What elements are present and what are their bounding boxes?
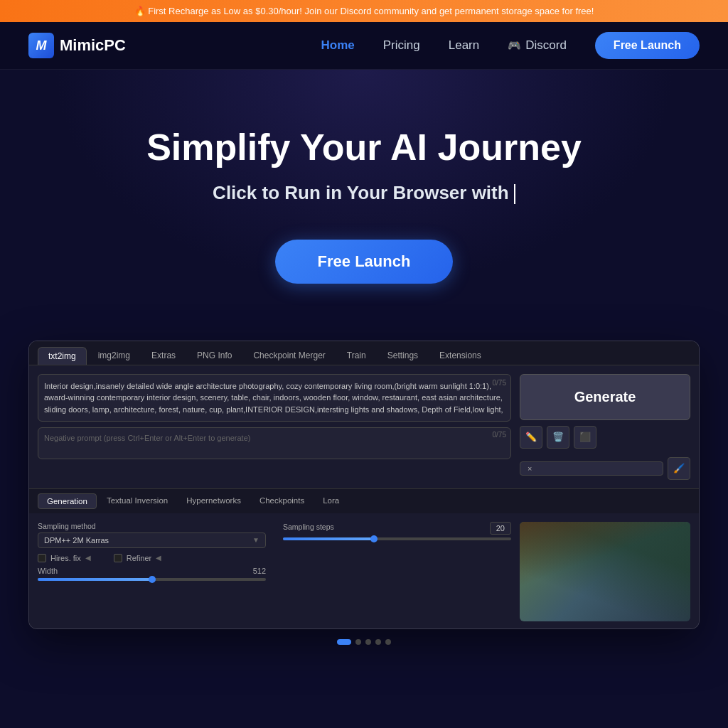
tab-extensions[interactable]: Extensions [429, 347, 491, 365]
sub-tabs: Generation Textual Inversion Hypernetwor… [29, 488, 699, 513]
subtab-generation[interactable]: Generation [38, 493, 97, 509]
tab-checkpoint-merger[interactable]: Checkpoint Merger [243, 347, 335, 365]
tab-png-info[interactable]: PNG Info [187, 347, 242, 365]
app-main-content: Interior design,insanely detailed wide a… [29, 365, 699, 488]
gen-right-controls: Sampling steps 20 [274, 522, 511, 621]
logo-link[interactable]: M MimicPC [28, 33, 126, 58]
app-ui: txt2img img2img Extras PNG Info Checkpoi… [29, 341, 699, 628]
refiner-label: Refiner [127, 554, 151, 562]
nav-links: Home Pricing Learn 🎮 Discord [321, 38, 567, 53]
sampling-method-select[interactable]: DPM++ 2M Karras ▼ [38, 532, 266, 548]
width-label: Width [38, 567, 58, 575]
tab-train[interactable]: Train [337, 347, 376, 365]
navbar: M MimicPC Home Pricing Learn 🎮 Discord F… [0, 22, 728, 70]
nav-home[interactable]: Home [321, 38, 355, 52]
negative-prompt-input[interactable]: Negative prompt (press Ctrl+Enter or Alt… [38, 427, 511, 459]
image-preview [520, 522, 690, 621]
prompt-counter: 0/75 [493, 378, 506, 388]
subtab-hypernetworks[interactable]: Hypernetworks [178, 493, 250, 509]
discord-icon: 🎮 [508, 39, 521, 52]
sampling-method-label: Sampling method [38, 522, 266, 530]
width-row: Width 512 [38, 567, 266, 575]
nav-cta-button[interactable]: Free Launch [595, 32, 700, 59]
refiner-arrow-icon: ◀ [156, 554, 161, 562]
hero-section: Simplify Your AI Journey Click to Run in… [0, 70, 728, 326]
pagination-dot-4[interactable] [375, 639, 381, 645]
generation-panel: Sampling method DPM++ 2M Karras ▼ Hires.… [29, 513, 699, 628]
nav-learn[interactable]: Learn [449, 38, 479, 52]
tab-img2img[interactable]: img2img [88, 347, 140, 365]
stop-icon-btn[interactable]: ⬛ [574, 426, 596, 449]
logo-icon: M [28, 33, 54, 58]
hero-title: Simplify Your AI Journey [28, 127, 700, 169]
prompt-input[interactable]: Interior design,insanely detailed wide a… [38, 374, 511, 422]
edit-icon-btn[interactable]: ✏️ [520, 426, 542, 449]
sampling-steps-slider[interactable] [283, 537, 511, 540]
sampling-steps-value: 20 [490, 522, 511, 535]
app-tabs: txt2img img2img Extras PNG Info Checkpoi… [29, 341, 699, 365]
refiner-checkbox[interactable] [114, 554, 122, 562]
pagination-dot-3[interactable] [365, 639, 371, 645]
generate-button[interactable]: Generate [520, 374, 690, 420]
hires-fix-arrow-icon: ◀ [85, 554, 91, 562]
logo-text: MimicPC [60, 36, 126, 55]
brush-icon-btn[interactable]: 🖌️ [668, 457, 690, 480]
negative-counter: 0/75 [493, 431, 506, 439]
nav-discord[interactable]: 🎮 Discord [508, 38, 567, 53]
hero-cta-button[interactable]: Free Launch [275, 240, 454, 284]
hero-subtitle: Click to Run in Your Browser with [28, 182, 700, 204]
app-screenshot: txt2img img2img Extras PNG Info Checkpoi… [28, 341, 700, 629]
app-right-panel: Generate ✏️ 🗑️ ⬛ × 🖌️ [520, 374, 690, 480]
subtab-checkpoints[interactable]: Checkpoints [251, 493, 313, 509]
subtab-lora[interactable]: Lora [314, 493, 348, 509]
trash-icon-btn[interactable]: 🗑️ [547, 426, 569, 449]
pagination-dots [0, 629, 728, 649]
negative-prompt-placeholder: Negative prompt (press Ctrl+Enter or Alt… [44, 434, 250, 442]
pagination-dot-1[interactable] [337, 639, 351, 645]
width-value: 512 [253, 567, 266, 575]
hires-fix-checkbox[interactable] [38, 554, 46, 562]
width-slider[interactable] [38, 578, 266, 581]
subtab-textual-inversion[interactable]: Textual Inversion [98, 493, 176, 509]
text-cursor [514, 184, 515, 204]
gen-left-controls: Sampling method DPM++ 2M Karras ▼ Hires.… [38, 522, 266, 621]
announcement-banner: 🔥 First Recharge as Low as $0.30/hour! J… [0, 0, 728, 22]
sampling-steps-label: Sampling steps [283, 523, 334, 531]
dropdown-arrow-icon: ▼ [252, 536, 259, 544]
dropdown-field[interactable]: × [520, 461, 663, 476]
hires-fix-label: Hires. fix [50, 554, 81, 562]
tab-extras[interactable]: Extras [141, 347, 186, 365]
banner-text: 🔥 First Recharge as Low as $0.30/hour! J… [134, 6, 594, 16]
icon-button-row: ✏️ 🗑️ ⬛ [520, 426, 690, 449]
app-left-panel: Interior design,insanely detailed wide a… [38, 374, 511, 480]
prompt-text: Interior design,insanely detailed wide a… [44, 382, 503, 414]
tab-settings[interactable]: Settings [378, 347, 428, 365]
nav-pricing[interactable]: Pricing [383, 38, 420, 52]
tab-txt2img[interactable]: txt2img [38, 347, 87, 365]
pagination-dot-5[interactable] [385, 639, 391, 645]
generated-image [520, 522, 690, 621]
hires-fix-row: Hires. fix ◀ Refiner ◀ [38, 554, 266, 562]
pagination-dot-2[interactable] [355, 639, 361, 645]
